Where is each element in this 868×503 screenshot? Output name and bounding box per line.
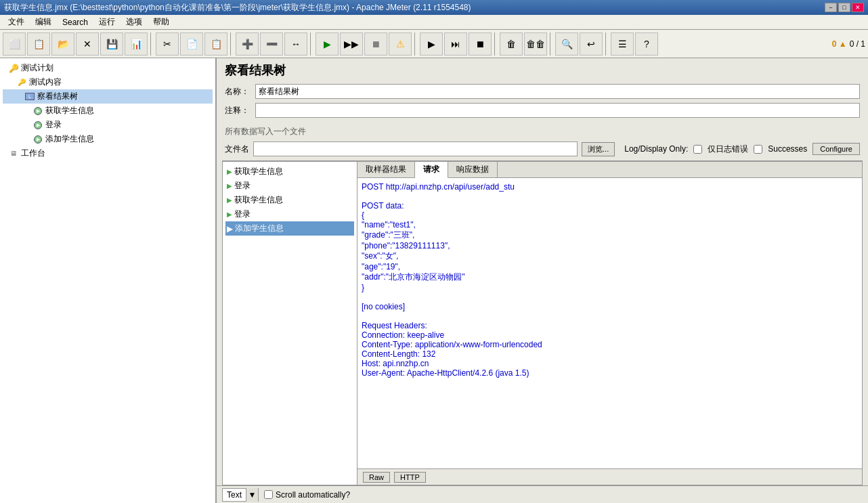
name-row: 名称： bbox=[225, 84, 860, 99]
tree-item-workbench[interactable]: 🖥 工作台 bbox=[3, 146, 213, 160]
clear-button[interactable]: 🗑 bbox=[500, 32, 523, 56]
collapse-button[interactable]: ➖ bbox=[260, 32, 283, 56]
tree-label-result-tree: 察看结果树 bbox=[37, 91, 78, 102]
new-button[interactable]: ⬜ bbox=[3, 32, 26, 56]
scroll-check: Scroll automatically? bbox=[264, 490, 350, 500]
sep6 bbox=[550, 32, 552, 56]
tab-response[interactable]: 响应数据 bbox=[448, 162, 498, 177]
remote-stop-button[interactable]: ⏹ bbox=[469, 32, 492, 56]
tab-sampler-result[interactable]: 取样器结果 bbox=[357, 162, 415, 177]
name-input[interactable] bbox=[255, 84, 860, 99]
window-controls[interactable]: − □ ✕ bbox=[825, 3, 864, 12]
reset-button[interactable]: ↩ bbox=[580, 32, 603, 56]
menu-help[interactable]: 帮助 bbox=[148, 15, 175, 29]
clear-all-button[interactable]: 🗑🗑 bbox=[524, 32, 547, 56]
form-area: 名称： 注释： bbox=[217, 81, 868, 125]
dropdown-arrow-icon[interactable]: ▼ bbox=[246, 488, 258, 502]
start-button[interactable]: ▶ bbox=[316, 32, 339, 56]
result-item-2[interactable]: ▶ 登录 bbox=[225, 179, 354, 193]
close-button[interactable]: ✕ bbox=[852, 3, 864, 12]
open-button[interactable]: 📂 bbox=[51, 32, 74, 56]
tab-request[interactable]: 请求 bbox=[415, 162, 448, 178]
file-row: 文件名 浏览... Log/Display Only: 仅日志错误 Succes… bbox=[217, 141, 868, 156]
file-input[interactable] bbox=[253, 141, 578, 156]
tree-item-test-content[interactable]: 🔑 测试内容 bbox=[3, 75, 213, 89]
result-icon-2: ▶ bbox=[227, 182, 232, 190]
req-line5: "name":"test1", bbox=[362, 220, 858, 229]
comment-row: 注释： bbox=[225, 103, 860, 118]
tree-item-login1[interactable]: ▶ 登录 bbox=[3, 118, 213, 132]
listener-icon: L bbox=[24, 91, 35, 102]
search-button[interactable]: 🔍 bbox=[555, 32, 578, 56]
req-line2 bbox=[362, 192, 858, 201]
stop-button[interactable]: ⏹ bbox=[364, 32, 387, 56]
text-dropdown[interactable]: Text ▼ bbox=[222, 488, 259, 502]
sep4 bbox=[414, 32, 417, 56]
result-item-3[interactable]: ▶ 获取学生信息 bbox=[225, 193, 354, 207]
start-no-pause-button[interactable]: ▶▶ bbox=[340, 32, 363, 56]
remote-start-all-button[interactable]: ⏭ bbox=[444, 32, 467, 56]
result-icon-5: ▶ bbox=[227, 224, 233, 234]
result-label-5: 添加学生信息 bbox=[235, 223, 284, 234]
sep3 bbox=[310, 32, 313, 56]
configure-button[interactable]: Configure bbox=[812, 143, 860, 155]
minimize-button[interactable]: − bbox=[825, 3, 837, 12]
sep1 bbox=[150, 32, 153, 56]
req-line20: User-Agent: Apache-HttpClient/4.2.6 (jav… bbox=[362, 368, 858, 378]
cut-button[interactable]: ✂ bbox=[156, 32, 179, 56]
req-line9: "age":"19", bbox=[362, 262, 858, 271]
result-label-3: 获取学生信息 bbox=[234, 194, 283, 206]
toolbar-right: 0 ▲ 0 / 1 bbox=[832, 39, 865, 49]
menu-edit[interactable]: 编辑 bbox=[30, 15, 57, 29]
save-as-button[interactable]: 📊 bbox=[125, 32, 148, 56]
result-item-4[interactable]: ▶ 登录 bbox=[225, 207, 354, 221]
error-checkbox[interactable] bbox=[693, 145, 702, 154]
open-templates-button[interactable]: 📋 bbox=[27, 32, 50, 56]
menu-search[interactable]: Search bbox=[57, 16, 93, 28]
close-button-toolbar[interactable]: ✕ bbox=[76, 32, 99, 56]
help-button[interactable]: ? bbox=[635, 32, 658, 56]
list-button[interactable]: ☰ bbox=[611, 32, 634, 56]
shutdown-button[interactable]: ⚠ bbox=[389, 32, 412, 56]
bottom-bar: Text ▼ Scroll automatically? bbox=[217, 485, 868, 503]
paste-button[interactable]: 📋 bbox=[204, 32, 227, 56]
tree-label-workbench: 工作台 bbox=[21, 148, 45, 159]
save-button[interactable]: 💾 bbox=[100, 32, 123, 56]
menu-run[interactable]: 运行 bbox=[93, 15, 121, 29]
comment-input[interactable] bbox=[255, 103, 860, 118]
tab-area: 取样器结果 请求 响应数据 POST http://api.nnzhp.cn/a… bbox=[357, 161, 863, 485]
browse-button[interactable]: 浏览... bbox=[582, 142, 615, 156]
tree-item-add-student[interactable]: ▶ 添加学生信息 bbox=[3, 132, 213, 146]
tree-item-get-student1[interactable]: ▶ 获取学生信息 bbox=[3, 104, 213, 118]
scroll-checkbox[interactable] bbox=[264, 490, 273, 499]
raw-button[interactable]: Raw bbox=[363, 472, 390, 483]
window-title: 获取学生信息.jmx (E:\besttest\python\python自动化… bbox=[4, 2, 825, 14]
sampler-icon-3: ▶ bbox=[32, 134, 43, 145]
req-line13: [no cookies] bbox=[362, 302, 858, 311]
name-label: 名称： bbox=[225, 86, 255, 97]
result-icon-3: ▶ bbox=[227, 196, 232, 204]
http-button[interactable]: HTTP bbox=[394, 472, 426, 483]
tab-response-label: 响应数据 bbox=[456, 164, 489, 175]
tree-label-add-student: 添加学生信息 bbox=[45, 133, 94, 145]
req-line6: "grade":"三班", bbox=[362, 229, 858, 241]
menu-file[interactable]: 文件 bbox=[3, 15, 30, 29]
tree-item-test-plan[interactable]: 🔑 测试计划 bbox=[3, 61, 213, 75]
maximize-button[interactable]: □ bbox=[838, 3, 850, 12]
req-line7: "phone":"13829111113", bbox=[362, 241, 858, 250]
remote-start-button[interactable]: ▶ bbox=[420, 32, 443, 56]
sub-toolbar: Raw HTTP bbox=[357, 468, 862, 485]
tree-item-result-tree[interactable]: L 察看结果树 bbox=[3, 89, 213, 104]
result-item-5[interactable]: ▶ 添加学生信息 bbox=[225, 221, 354, 236]
file-label: 文件名 bbox=[225, 144, 249, 155]
copy-button[interactable]: 📄 bbox=[180, 32, 203, 56]
expand-button[interactable]: ➕ bbox=[236, 32, 259, 56]
toggle-button[interactable]: ↔ bbox=[284, 32, 307, 56]
results-tree: ▶ 获取学生信息 ▶ 登录 ▶ 获取学生信息 ▶ 登录 ▶ 添加学生信息 bbox=[222, 161, 357, 485]
menu-options[interactable]: 选项 bbox=[121, 15, 148, 29]
thread-icon: 🔑 bbox=[16, 77, 27, 88]
result-item-1[interactable]: ▶ 获取学生信息 bbox=[225, 165, 354, 179]
sep2 bbox=[230, 32, 233, 56]
success-checkbox[interactable] bbox=[754, 145, 762, 154]
tab-sampler-result-label: 取样器结果 bbox=[366, 164, 406, 175]
